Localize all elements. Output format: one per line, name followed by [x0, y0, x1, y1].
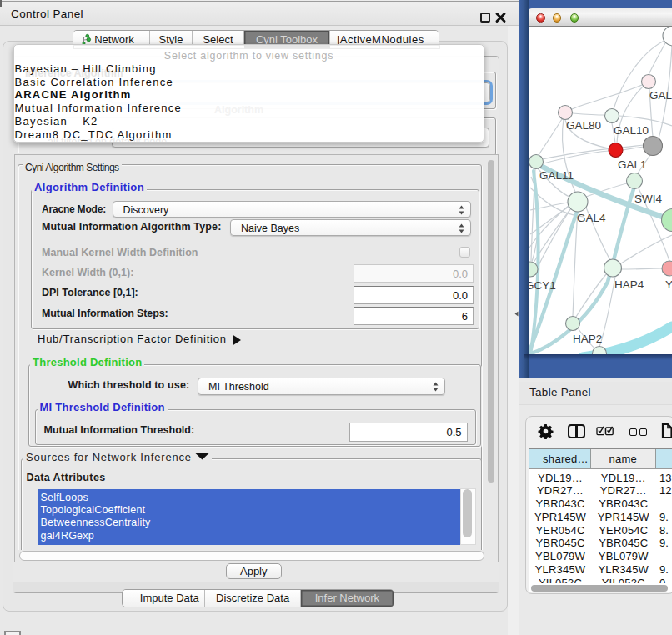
svg-text:Y: Y — [665, 278, 672, 291]
svg-text:GAL1: GAL1 — [618, 158, 647, 171]
svg-text:HAP2: HAP2 — [573, 332, 602, 345]
svg-text:GCY1: GCY1 — [529, 279, 556, 292]
svg-text:GAL10: GAL10 — [614, 124, 649, 137]
svg-text:SWI4: SWI4 — [634, 192, 662, 205]
svg-text:HAP4: HAP4 — [614, 278, 644, 291]
svg-text:GAL11: GAL11 — [539, 169, 574, 182]
svg-text:GAL4: GAL4 — [577, 212, 606, 224]
svg-text:GAL: GAL — [649, 89, 672, 102]
svg-text:GAL80: GAL80 — [566, 119, 601, 132]
